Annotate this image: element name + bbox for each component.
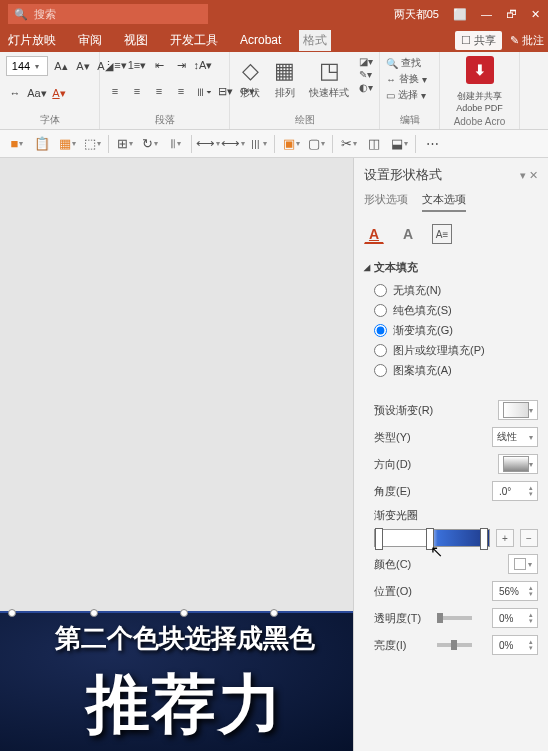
gradient-stop[interactable] (426, 528, 434, 550)
section-text-fill[interactable]: 文本填充 (364, 260, 538, 275)
selection-handle[interactable] (180, 609, 188, 617)
tb-backward[interactable]: ▢ (305, 133, 327, 155)
arrange-button[interactable]: ▦ 排列 (270, 56, 299, 102)
font-color-icon[interactable]: A▾ (50, 84, 68, 102)
tab-format[interactable]: 格式 (299, 30, 331, 51)
selection-handle[interactable] (8, 609, 16, 617)
pane-close-button[interactable]: ▾ ✕ (520, 169, 538, 182)
transparency-slider[interactable] (437, 616, 472, 620)
align-left-icon[interactable]: ≡ (106, 82, 124, 100)
tb-split[interactable]: ⬓ (388, 133, 410, 155)
shape-outline-button[interactable]: ✎▾ (359, 69, 373, 80)
restore-icon[interactable]: 🗗 (506, 8, 517, 20)
adobe-pdf-icon[interactable]: ⬇ (466, 56, 494, 84)
textbox-tab-icon[interactable]: A≡ (432, 224, 452, 244)
numbering-icon[interactable]: 1≡▾ (128, 56, 146, 74)
position-spinner[interactable]: 56%▴▾ (492, 581, 538, 601)
pane-title: 设置形状格式 (364, 166, 442, 184)
shapes-button[interactable]: ◇ 形状 (236, 56, 264, 102)
stop-color-dropdown[interactable] (508, 554, 538, 574)
tb-merge[interactable]: ◫ (363, 133, 385, 155)
tb-group2[interactable]: ⬚ (81, 133, 103, 155)
tb-paste-icon[interactable]: 📋 (31, 133, 53, 155)
tab-review[interactable]: 审阅 (74, 30, 106, 51)
search-icon: 🔍 (14, 8, 28, 21)
slide-canvas[interactable]: 第二个色块选择成黑色 推荐力 (0, 158, 353, 751)
caption-line2: 推荐力 (0, 661, 353, 748)
annotate-button[interactable]: ✎ 批注 (510, 33, 544, 48)
quickstyle-button[interactable]: ◳ 快速样式 (305, 56, 353, 102)
tb-size[interactable]: ⫼ (247, 133, 269, 155)
radio-solid-fill[interactable]: 纯色填充(S) (374, 303, 538, 318)
tb-rotate[interactable]: ↻ (139, 133, 161, 155)
columns-icon[interactable]: ⫼▾ (194, 82, 212, 100)
tab-text-options[interactable]: 文本选项 (422, 192, 466, 212)
text-effects-tab-icon[interactable]: A (398, 224, 418, 244)
gradient-stop[interactable] (375, 528, 383, 550)
align-right-icon[interactable]: ≡ (150, 82, 168, 100)
indent-inc-icon[interactable]: ⇥ (172, 56, 190, 74)
tb-distribute[interactable]: ⫴ (164, 133, 186, 155)
label-brightness: 亮度(I) (374, 638, 429, 653)
search-placeholder: 搜索 (34, 7, 56, 22)
increase-font-icon[interactable]: A▴ (52, 57, 70, 75)
radio-pattern-fill[interactable]: 图案填充(A) (374, 363, 538, 378)
tb-forward[interactable]: ▣ (280, 133, 302, 155)
case-icon[interactable]: Aa▾ (28, 84, 46, 102)
tb-color-orange[interactable]: ■ (6, 133, 28, 155)
label-color: 颜色(C) (374, 557, 442, 572)
gradient-type-dropdown[interactable]: 线性 (492, 427, 538, 447)
radio-picture-fill[interactable]: 图片或纹理填充(P) (374, 343, 538, 358)
tb-align[interactable]: ⊞ (114, 133, 136, 155)
tb-width[interactable]: ⟷ (197, 133, 219, 155)
share-button[interactable]: ☐ 共享 (455, 31, 502, 50)
close-icon[interactable]: ✕ (531, 8, 540, 21)
tab-developer[interactable]: 开发工具 (166, 30, 222, 51)
angle-spinner[interactable]: .0°▴▾ (492, 481, 538, 501)
transparency-spinner[interactable]: 0%▴▾ (492, 608, 538, 628)
tab-view[interactable]: 视图 (120, 30, 152, 51)
preset-gradient-dropdown[interactable] (498, 400, 538, 420)
shape-fill-button[interactable]: ◪▾ (359, 56, 373, 67)
brightness-slider[interactable] (437, 643, 472, 647)
tab-shape-options[interactable]: 形状选项 (364, 192, 408, 212)
gradient-direction-dropdown[interactable] (498, 454, 538, 474)
win-btn[interactable]: ⬜ (453, 8, 467, 21)
shape-effects-button[interactable]: ◐▾ (359, 82, 373, 93)
brightness-spinner[interactable]: 0%▴▾ (492, 635, 538, 655)
selection-handle[interactable] (270, 609, 278, 617)
indent-dec-icon[interactable]: ⇤ (150, 56, 168, 74)
replace-button[interactable]: ↔ 替换▾ (386, 72, 427, 86)
font-size-input[interactable]: ▾ (6, 56, 48, 76)
tb-more[interactable]: ⋯ (421, 133, 443, 155)
bullets-icon[interactable]: ⋮≡▾ (106, 56, 124, 74)
justify-icon[interactable]: ≡ (172, 82, 190, 100)
find-button[interactable]: 🔍 查找 (386, 56, 427, 70)
search-box[interactable]: 🔍 搜索 (8, 4, 208, 24)
add-stop-button[interactable]: + (496, 529, 514, 547)
user-name[interactable]: 两天都05 (394, 7, 439, 22)
char-spacing-icon[interactable]: ↔ (6, 84, 24, 102)
caption-line1: 第二个色块选择成黑色 (0, 621, 353, 656)
text-direction-icon[interactable]: ↕A▾ (194, 56, 212, 74)
radio-gradient-fill[interactable]: 渐变填充(G) (374, 323, 538, 338)
align-center-icon[interactable]: ≡ (128, 82, 146, 100)
text-fill-tab-icon[interactable]: A (364, 224, 384, 244)
gradient-stop[interactable] (480, 528, 488, 550)
tab-acrobat[interactable]: Acrobat (236, 31, 285, 49)
gradient-stops-bar[interactable]: ↖ (374, 529, 490, 547)
decrease-font-icon[interactable]: A▾ (74, 57, 92, 75)
tb-group1[interactable]: ▦ (56, 133, 78, 155)
label-stops: 渐变光圈 (374, 508, 442, 523)
tb-height[interactable]: ⟷ (222, 133, 244, 155)
tb-crop[interactable]: ✂ (338, 133, 360, 155)
label-transparency: 透明度(T) (374, 611, 429, 626)
select-button[interactable]: ▭ 选择▾ (386, 88, 427, 102)
radio-no-fill[interactable]: 无填充(N) (374, 283, 538, 298)
tab-slideshow[interactable]: 灯片放映 (4, 30, 60, 51)
selection-handle[interactable] (90, 609, 98, 617)
adobe-label: 创建并共享 Adobe PDF (456, 90, 503, 113)
remove-stop-button[interactable]: − (520, 529, 538, 547)
minimize-icon[interactable]: — (481, 8, 492, 20)
label-direction: 方向(D) (374, 457, 442, 472)
